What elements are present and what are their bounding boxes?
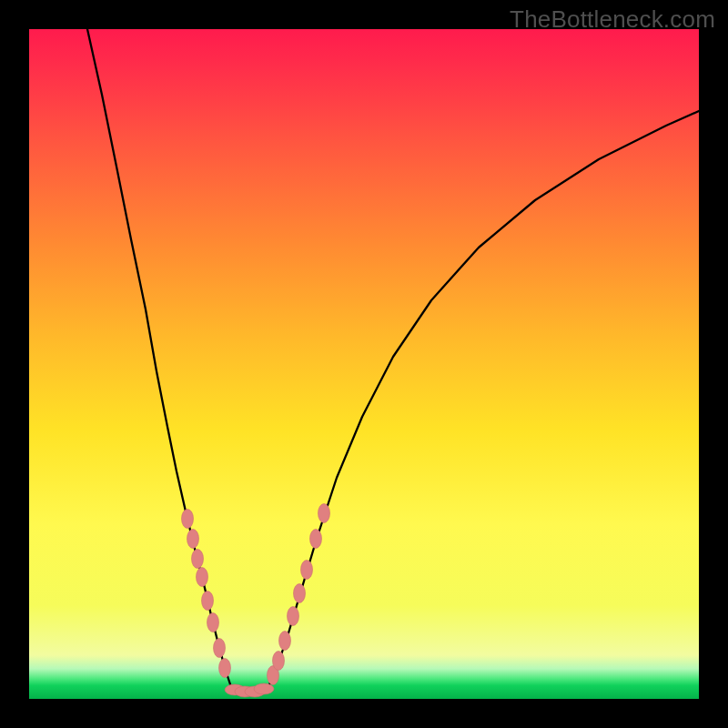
bottleneck-curve	[87, 29, 699, 693]
markers-right	[268, 504, 330, 685]
data-marker	[219, 659, 231, 678]
data-marker	[288, 607, 299, 626]
data-marker	[214, 639, 226, 658]
data-marker	[279, 632, 291, 651]
data-marker	[318, 504, 330, 523]
data-marker	[187, 530, 199, 549]
plot-area	[29, 29, 699, 699]
data-marker	[254, 683, 274, 694]
data-marker	[294, 584, 306, 603]
data-marker	[182, 510, 194, 529]
data-marker	[301, 561, 313, 580]
data-marker	[197, 568, 208, 587]
data-marker	[310, 530, 322, 549]
curve-svg	[29, 29, 699, 699]
frame: TheBottleneck.com	[0, 0, 728, 728]
data-marker	[192, 550, 204, 569]
data-marker	[207, 613, 219, 632]
data-marker	[273, 652, 285, 671]
markers-floor	[225, 683, 274, 697]
data-marker	[202, 592, 214, 611]
markers-left	[182, 510, 231, 678]
